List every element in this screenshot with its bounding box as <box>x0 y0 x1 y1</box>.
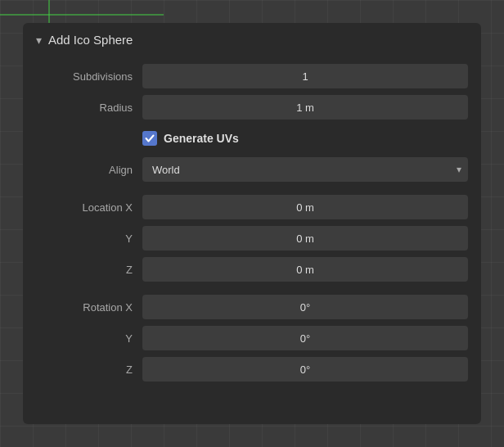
panel-body: Subdivisions Radius Generate UVs Align <box>23 56 481 400</box>
align-select-wrapper: World View 3D Cursor ▾ <box>142 157 468 182</box>
location-y-row: Y <box>36 225 468 251</box>
add-ico-sphere-panel: ▾ Add Ico Sphere Subdivisions Radius Gen… <box>23 23 481 424</box>
location-x-label: Location X <box>36 201 142 214</box>
rotation-y-label: Y <box>36 332 142 345</box>
generate-uvs-row: Generate UVs <box>36 125 468 151</box>
location-y-input[interactable] <box>142 226 468 251</box>
collapse-icon[interactable]: ▾ <box>36 34 42 47</box>
panel-title: Add Ico Sphere <box>48 33 133 47</box>
generate-uvs-wrapper[interactable]: Generate UVs <box>142 131 239 146</box>
divider-1 <box>36 187 468 194</box>
generate-uvs-checkbox[interactable] <box>142 131 157 146</box>
location-z-label: Z <box>36 264 142 276</box>
checkmark-icon <box>145 133 155 143</box>
radius-input[interactable] <box>142 95 468 120</box>
align-select[interactable]: World View 3D Cursor <box>142 157 468 182</box>
rotation-y-input[interactable] <box>142 326 468 350</box>
align-label: Align <box>36 164 142 176</box>
location-y-label: Y <box>36 233 142 245</box>
subdivisions-input[interactable] <box>142 64 468 88</box>
rotation-x-input[interactable] <box>142 295 468 319</box>
panel-header[interactable]: ▾ Add Ico Sphere <box>23 23 481 56</box>
radius-label: Radius <box>36 102 142 114</box>
align-row: Align World View 3D Cursor ▾ <box>36 156 468 183</box>
rotation-z-input[interactable] <box>142 357 468 382</box>
location-x-input[interactable] <box>142 195 468 219</box>
subdivisions-label: Subdivisions <box>36 70 142 83</box>
divider-2 <box>36 287 468 294</box>
radius-row: Radius <box>36 94 468 120</box>
location-z-input[interactable] <box>142 257 468 282</box>
rotation-x-label: Rotation X <box>36 301 142 314</box>
location-z-row: Z <box>36 256 468 282</box>
rotation-x-row: Rotation X <box>36 294 468 320</box>
location-x-row: Location X <box>36 194 468 220</box>
rotation-y-row: Y <box>36 325 468 351</box>
rotation-z-row: Z <box>36 356 468 382</box>
subdivisions-row: Subdivisions <box>36 63 468 89</box>
generate-uvs-label[interactable]: Generate UVs <box>164 132 239 145</box>
rotation-z-label: Z <box>36 363 142 376</box>
